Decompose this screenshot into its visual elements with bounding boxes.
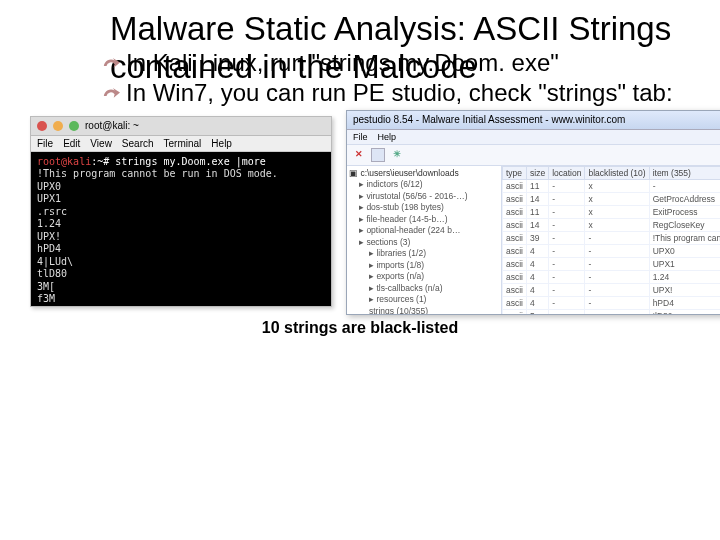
tree-item[interactable]: ▸ tls-callbacks (n/a) xyxy=(349,283,499,294)
terminal-prompt: root@kali xyxy=(37,156,91,167)
pe-menubar: File Help xyxy=(347,130,720,145)
terminal-line: 1.24 xyxy=(37,218,325,231)
menu-terminal[interactable]: Terminal xyxy=(164,138,202,149)
bullet-list: In Kali Linux, run "strings my.Doom. exe… xyxy=(102,48,690,108)
tree-item[interactable]: ▸ indictors (6/12) xyxy=(349,179,499,190)
table-row[interactable]: ascii4--1.24 xyxy=(503,270,721,283)
menu-help[interactable]: Help xyxy=(211,138,232,149)
tree-item[interactable]: ▸ sections (3) xyxy=(349,237,499,248)
tree-item-strings[interactable]: strings (10/355) xyxy=(369,306,428,314)
table-row[interactable]: ascii11-x- xyxy=(503,179,721,192)
close-icon[interactable] xyxy=(37,121,47,131)
table-row[interactable]: ascii4--hPD4 xyxy=(503,296,721,309)
table-row[interactable]: ascii11-xExitProcess xyxy=(503,205,721,218)
table-row[interactable]: ascii4--UPX0 xyxy=(503,244,721,257)
terminal-menubar: File Edit View Search Terminal Help xyxy=(31,136,331,152)
delete-icon[interactable]: ✕ xyxy=(353,149,365,161)
pe-path: c:\users\ieuser\downloads xyxy=(360,168,458,178)
table-row[interactable]: ascii14-xRegCloseKey xyxy=(503,218,721,231)
table-row[interactable]: ascii39--!This program cannot be ru xyxy=(503,231,721,244)
caption: 10 strings are black-listed xyxy=(30,319,690,337)
tree-item[interactable]: ▸ resources (1) xyxy=(349,294,499,305)
tree-item[interactable]: ▸ imports (1/8) xyxy=(349,260,499,271)
col-type[interactable]: type xyxy=(503,166,527,179)
pe-toolbar: ✕ ☀ xyxy=(347,145,720,166)
terminal-line: f3M xyxy=(37,293,325,306)
tree-item[interactable]: ▸ libraries (1/2) xyxy=(349,248,499,259)
terminal-line: !This program cannot be run in DOS mode. xyxy=(37,168,325,181)
bullet-arrow-icon xyxy=(102,82,120,112)
tree-item[interactable]: ▸ dos-stub (198 bytes) xyxy=(349,202,499,213)
terminal-line: 3M[ xyxy=(37,281,325,294)
terminal-title: root@kali: ~ xyxy=(85,120,139,131)
col-location[interactable]: location xyxy=(549,166,585,179)
table-row[interactable]: ascii5--tlD80 xyxy=(503,309,721,314)
minimize-icon[interactable] xyxy=(53,121,63,131)
table-row[interactable]: ascii4--UPX1 xyxy=(503,257,721,270)
table-row[interactable]: ascii4--UPX! xyxy=(503,283,721,296)
tree-item[interactable]: ▸ optional-header (224 b… xyxy=(349,225,499,236)
maximize-icon[interactable] xyxy=(69,121,79,131)
terminal-line: hPD4 xyxy=(37,243,325,256)
terminal-line: UPX0 xyxy=(37,181,325,194)
terminal-line: .rsrc xyxy=(37,206,325,219)
menu-search[interactable]: Search xyxy=(122,138,154,149)
pe-strings-table[interactable]: type size location blacklisted (10) item… xyxy=(502,166,720,314)
pe-tree[interactable]: ▣ c:\users\ieuser\downloads ▸ indictors … xyxy=(347,166,502,314)
kali-terminal-window: root@kali: ~ File Edit View Search Termi… xyxy=(30,116,332,307)
tree-item[interactable]: ▸ exports (n/a) xyxy=(349,271,499,282)
bullet-2: In Win7, you can run PE studio, check "s… xyxy=(126,79,673,106)
menu-view[interactable]: View xyxy=(90,138,112,149)
pe-title: pestudio 8.54 - Malware Initial Assessme… xyxy=(353,114,625,125)
pe-menu-file[interactable]: File xyxy=(353,132,368,142)
table-row[interactable]: ascii14-xGetProcAddress xyxy=(503,192,721,205)
pestudio-window: pestudio 8.54 - Malware Initial Assessme… xyxy=(346,110,720,315)
terminal-line: 4|LUd\ xyxy=(37,256,325,269)
terminal-line: tlD80 xyxy=(37,268,325,281)
terminal-command: :~# strings my.Doom.exe |more xyxy=(91,156,266,167)
tree-item[interactable]: ▸ file-header (14-5-b…) xyxy=(349,214,499,225)
menu-edit[interactable]: Edit xyxy=(63,138,80,149)
pe-titlebar: pestudio 8.54 - Malware Initial Assessme… xyxy=(347,111,720,130)
col-blacklist[interactable]: blacklisted (10) xyxy=(585,166,649,179)
bullet-1: In Kali Linux, run "strings my.Doom. exe… xyxy=(126,49,559,76)
copy-icon[interactable] xyxy=(371,148,385,162)
terminal-line: UPX1 xyxy=(37,193,325,206)
tree-item[interactable]: ▸ virustotal (56/56 - 2016-…) xyxy=(349,191,499,202)
terminal-line: UPX! xyxy=(37,231,325,244)
terminal-output[interactable]: root@kali:~# strings my.Doom.exe |more !… xyxy=(31,152,331,306)
col-item[interactable]: item (355) xyxy=(649,166,720,179)
menu-file[interactable]: File xyxy=(37,138,53,149)
terminal-titlebar: root@kali: ~ xyxy=(31,117,331,136)
refresh-icon[interactable]: ☀ xyxy=(391,149,403,161)
pe-menu-help[interactable]: Help xyxy=(378,132,397,142)
col-size[interactable]: size xyxy=(527,166,549,179)
